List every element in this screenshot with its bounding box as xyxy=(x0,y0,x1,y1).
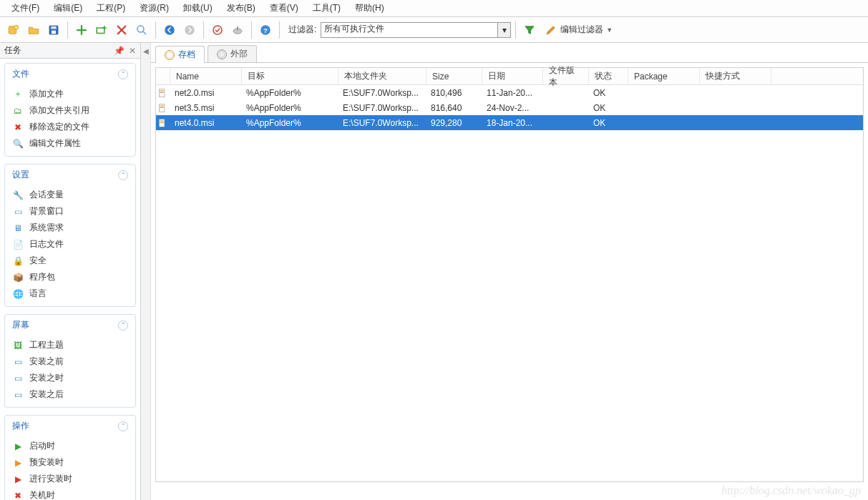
svg-rect-17 xyxy=(160,105,164,106)
task-group-title: 屏幕 xyxy=(12,319,29,331)
grid-column-header[interactable]: Name xyxy=(170,68,242,84)
task-item-icon: 🔒 xyxy=(12,255,24,267)
file-icon xyxy=(156,103,169,113)
task-item[interactable]: 📦程序包 xyxy=(5,269,135,285)
grid-column-header[interactable]: 快捷方式 xyxy=(700,68,771,84)
task-item[interactable]: 🔧会话变量 xyxy=(5,187,135,203)
task-item[interactable]: ▶进行安装时 xyxy=(5,471,135,487)
task-item[interactable]: ▭背景窗口 xyxy=(5,203,135,220)
menu-item[interactable]: 资源(R) xyxy=(132,1,176,16)
chevron-up-icon[interactable]: ˄ xyxy=(118,170,128,180)
svg-point-7 xyxy=(165,25,175,35)
task-item-label: 安全 xyxy=(29,255,47,267)
filter-value[interactable]: 所有可执行文件 xyxy=(321,22,498,38)
grid-header: Name目标本地文件夹Size日期文件版本状态Package快捷方式 xyxy=(156,68,863,85)
grid-column-header[interactable]: 状态 xyxy=(589,68,628,84)
menu-item[interactable]: 文件(F) xyxy=(4,1,47,16)
svg-point-9 xyxy=(213,26,222,34)
task-item[interactable]: ＋添加文件 xyxy=(5,86,135,102)
chevron-up-icon[interactable]: ˄ xyxy=(118,421,128,431)
back-button[interactable] xyxy=(160,21,179,39)
filter-funnel-button[interactable] xyxy=(520,21,539,39)
svg-rect-18 xyxy=(160,107,164,107)
task-item-label: 日志文件 xyxy=(29,238,64,250)
menu-item[interactable]: 帮助(H) xyxy=(348,1,391,16)
task-item[interactable]: 🌐语言 xyxy=(5,285,135,302)
filter-select[interactable]: 所有可执行文件 ▾ xyxy=(321,22,511,38)
task-item[interactable]: ▶预安装时 xyxy=(5,454,135,471)
task-group-header[interactable]: 操作˄ xyxy=(5,416,135,436)
task-item-label: 移除选定的文件 xyxy=(29,121,89,133)
task-group: 设置˄🔧会话变量▭背景窗口🖥系统需求📄日志文件🔒安全📦程序包🌐语言 xyxy=(4,164,136,307)
grid-column-header[interactable]: 目标 xyxy=(242,68,338,84)
collapse-gutter[interactable]: ◀ xyxy=(141,43,151,500)
task-item[interactable]: 🖥系统需求 xyxy=(5,220,135,236)
content-tab[interactable]: 外部 xyxy=(208,45,257,62)
publish-button[interactable] xyxy=(228,21,247,39)
chevron-up-icon[interactable]: ˄ xyxy=(118,69,128,79)
content-tab[interactable]: 存档 xyxy=(155,46,205,63)
new-project-button[interactable] xyxy=(4,21,23,39)
table-row[interactable]: net3.5.msi%AppFolder%E:\SUF7.0Worksp...8… xyxy=(156,100,863,115)
chevron-up-icon[interactable]: ˄ xyxy=(118,320,128,330)
grid-column-header[interactable]: Size xyxy=(426,68,482,84)
menu-item[interactable]: 工具(T) xyxy=(306,1,348,16)
task-item-label: 安装之时 xyxy=(29,372,64,384)
menu-item[interactable]: 编辑(E) xyxy=(47,1,89,16)
chevron-left-icon[interactable]: ◀ xyxy=(143,47,149,500)
grid-column-header[interactable]: Package xyxy=(628,68,700,84)
add-button[interactable] xyxy=(72,21,91,39)
toolbar-separator xyxy=(515,21,516,39)
build-button[interactable] xyxy=(208,21,227,39)
table-row[interactable]: net2.0.msi%AppFolder%E:\SUF7.0Worksp...8… xyxy=(156,85,863,100)
task-item-icon: ▶ xyxy=(12,474,24,485)
add-folder-button[interactable] xyxy=(92,21,111,39)
task-group-items: 🖼工程主题▭安装之前▭安装之时▭安装之后 xyxy=(5,335,135,407)
edit-filter-label: 编辑过滤器 xyxy=(560,24,603,36)
chevron-down-icon[interactable]: ▾ xyxy=(498,22,511,38)
forward-button[interactable] xyxy=(180,21,199,39)
task-item[interactable]: 🗂添加文件夹引用 xyxy=(5,102,135,119)
menu-item[interactable]: 工程(P) xyxy=(89,1,132,16)
task-item-icon: ▭ xyxy=(12,373,24,384)
task-item[interactable]: ▭安装之前 xyxy=(5,353,135,370)
menu-item[interactable]: 发布(B) xyxy=(220,1,263,16)
task-group-title: 操作 xyxy=(12,420,29,432)
save-button[interactable] xyxy=(44,21,63,39)
grid-column-header[interactable]: 文件版本 xyxy=(543,68,589,84)
svg-rect-4 xyxy=(52,30,56,34)
close-icon[interactable]: ✕ xyxy=(129,46,136,56)
menu-item[interactable]: 卸载(U) xyxy=(176,1,220,16)
search-button[interactable] xyxy=(132,21,151,39)
table-row[interactable]: net4.0.msi%AppFolder%E:\SUF7.0Worksp...9… xyxy=(156,115,863,130)
task-item-icon: ▭ xyxy=(12,389,24,401)
task-item[interactable]: ▭安装之时 xyxy=(5,370,135,386)
edit-filter-button[interactable]: 编辑过滤器 ▼ xyxy=(540,21,617,39)
grid-column-header[interactable]: 本地文件夹 xyxy=(338,68,426,84)
task-item-label: 安装之后 xyxy=(29,388,64,401)
pin-icon[interactable]: 📌 xyxy=(114,46,125,56)
task-item[interactable]: ▶启动时 xyxy=(5,438,135,454)
svg-point-1 xyxy=(14,25,19,29)
task-item[interactable]: ✖移除选定的文件 xyxy=(5,119,135,135)
task-group-header[interactable]: 设置˄ xyxy=(5,165,135,185)
grid-container: Name目标本地文件夹Size日期文件版本状态Package快捷方式 net2.… xyxy=(151,63,868,500)
task-group-header[interactable]: 屏幕˄ xyxy=(5,315,135,335)
task-item-icon: 📄 xyxy=(12,239,24,250)
svg-rect-21 xyxy=(160,122,164,122)
delete-button[interactable] xyxy=(112,21,131,39)
grid-column-header[interactable]: 日期 xyxy=(482,68,543,84)
open-project-button[interactable] xyxy=(24,21,43,39)
task-item[interactable]: ✖关机时 xyxy=(5,487,135,500)
task-item[interactable]: 🔒安全 xyxy=(5,253,135,269)
help-button[interactable]: ? xyxy=(256,21,275,39)
task-item[interactable]: ▭安装之后 xyxy=(5,386,135,403)
task-item[interactable]: 🔍编辑文件属性 xyxy=(5,135,135,152)
task-group-header[interactable]: 文件˄ xyxy=(5,64,135,84)
workspace: 任务 📌 ✕ 文件˄＋添加文件🗂添加文件夹引用✖移除选定的文件🔍编辑文件属性设置… xyxy=(0,43,868,500)
task-item[interactable]: 🖼工程主题 xyxy=(5,337,135,353)
task-group: 文件˄＋添加文件🗂添加文件夹引用✖移除选定的文件🔍编辑文件属性 xyxy=(4,63,136,157)
task-item[interactable]: 📄日志文件 xyxy=(5,236,135,253)
menu-item[interactable]: 查看(V) xyxy=(263,1,306,16)
task-item-icon: ✖ xyxy=(12,122,24,133)
